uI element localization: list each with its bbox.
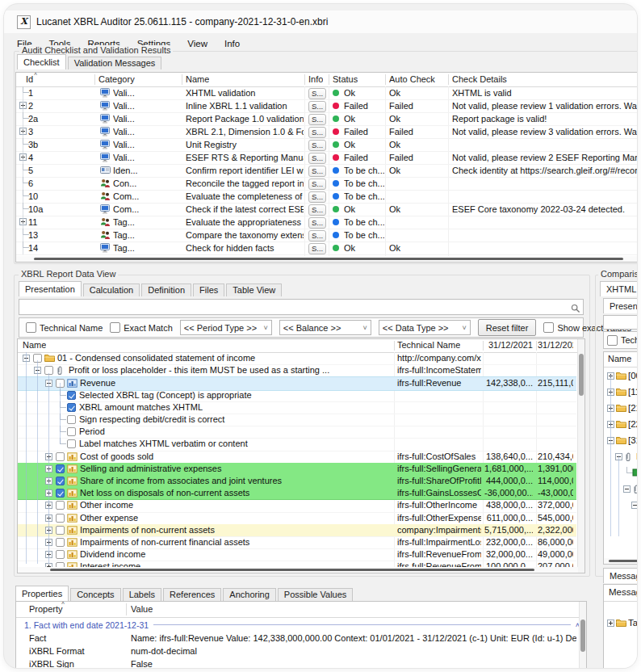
comparison-search-input[interactable] <box>604 316 638 329</box>
tab-checklist[interactable]: Checklist <box>17 54 66 69</box>
unchecked-checkbox[interactable] <box>56 526 65 535</box>
comparison-hscroll-thumb[interactable] <box>609 560 638 562</box>
tab-anchoring[interactable]: Anchoring <box>223 588 276 601</box>
unchecked-checkbox[interactable] <box>33 354 42 363</box>
tab-properties[interactable]: Properties <box>15 586 69 601</box>
expand-icon[interactable] <box>45 551 52 558</box>
tree-row[interactable]: Profit or loss placeholder - this item M… <box>18 364 576 377</box>
tree-row[interactable]: XBRL amount matches XHTML <box>18 401 576 414</box>
column-header-technical-name[interactable]: Technical Name <box>397 340 460 350</box>
info-button[interactable]: S... <box>308 101 326 112</box>
unchecked-checkbox[interactable] <box>56 501 65 510</box>
checked-checkbox[interactable] <box>56 489 65 498</box>
unchecked-checkbox[interactable] <box>56 538 65 547</box>
fact-group-row[interactable]: 1. Fact with end date 2021-12-31˄ <box>16 620 586 630</box>
expand-icon[interactable] <box>607 421 614 428</box>
comparison-tree-row[interactable]: [210 <box>604 401 638 417</box>
property-row[interactable]: iXBRL SignFalse <box>16 657 586 669</box>
table-row[interactable]: 10aCom...Check if the latest correct ESE… <box>16 203 638 216</box>
info-button[interactable]: S... <box>308 178 326 190</box>
expand-icon[interactable] <box>45 514 52 522</box>
expand-icon[interactable] <box>607 620 614 627</box>
checked-checkbox[interactable] <box>67 391 76 400</box>
table-row[interactable]: 3Vali...XBRL 2.1, Dimension 1.0 & Formul… <box>16 125 638 139</box>
tree-row[interactable]: Selling and administrative expensesifrs-… <box>18 463 576 476</box>
table-row[interactable]: 1Vali...XHTML validationS...OkOkXHTML is… <box>16 86 638 100</box>
unchecked-checkbox[interactable] <box>56 550 65 559</box>
info-button[interactable]: S... <box>308 243 326 254</box>
tree-row[interactable]: Other expenseifrs-full:OtherExpenseByFun… <box>18 512 576 525</box>
tab-concepts[interactable]: Concepts <box>70 588 120 601</box>
exact-match-checkbox[interactable]: Exact Match <box>110 322 173 333</box>
tab-comparison-presentation[interactable]: Presentation <box>603 298 638 313</box>
unchecked-checkbox[interactable] <box>56 379 65 388</box>
column-header-category[interactable]: Category <box>98 74 135 84</box>
tab-possible-values[interactable]: Possible Values <box>278 588 353 601</box>
collapse-icon[interactable] <box>34 367 41 374</box>
property-row[interactable]: iXBRL Formatnum-dot-decimal <box>16 645 586 657</box>
tree-row[interactable]: 01 - Condensed consolidated statement of… <box>18 352 576 365</box>
reset-filter-button[interactable]: Reset filter <box>478 319 537 336</box>
info-button[interactable]: S... <box>308 114 326 125</box>
tree-row[interactable]: Other incomeifrs-full:OtherIncome438,000… <box>18 499 576 512</box>
collapse-icon[interactable] <box>23 355 30 362</box>
info-button[interactable]: S... <box>308 88 326 99</box>
expander-icon[interactable] <box>19 128 27 135</box>
tab-labels[interactable]: Labels <box>123 588 161 601</box>
info-button[interactable]: S... <box>308 204 326 216</box>
checked-checkbox[interactable] <box>67 403 76 412</box>
message-row[interactable]: Taxo <box>604 615 638 632</box>
balance-dropdown[interactable]: << Balance >>˅ <box>279 320 371 335</box>
expand-icon[interactable] <box>45 527 52 534</box>
expand-icon[interactable] <box>45 477 52 485</box>
tab-calculation[interactable]: Calculation <box>83 284 140 296</box>
table-row[interactable]: 14Tag...Check for hidden factsS...OkOk <box>16 242 638 255</box>
tree-row[interactable]: Impairments of non-current assetscompany… <box>18 524 576 537</box>
tab-table-view[interactable]: Table View <box>226 284 282 296</box>
tree-row[interactable]: Impairments of non-current financial ass… <box>18 536 576 549</box>
expand-icon[interactable] <box>607 388 614 396</box>
collapse-icon[interactable] <box>623 485 631 493</box>
table-row[interactable]: 13Tag...Compare the taxonomy extension i… <box>16 229 638 242</box>
tree-row[interactable]: Cost of goods soldifrs-full:CostOfSales1… <box>18 451 576 464</box>
tab-references[interactable]: References <box>163 588 221 601</box>
tab-messages-messages[interactable]: Messages <box>603 568 638 583</box>
column-header-name[interactable]: Name <box>23 340 46 350</box>
comparison-tree-row[interactable]: P <box>604 449 638 465</box>
column-header-info[interactable]: Info <box>308 74 323 84</box>
checked-checkbox[interactable] <box>56 464 65 473</box>
period-type-dropdown[interactable]: << Period Type >>˅ <box>180 320 272 335</box>
info-button[interactable]: S... <box>308 140 326 151</box>
table-row[interactable]: 6Con...Reconcile the tagged report in XH… <box>16 177 638 191</box>
column-header-message[interactable]: Message <box>609 587 638 597</box>
column-header-name[interactable]: Name <box>186 74 209 84</box>
unchecked-checkbox[interactable] <box>67 439 76 448</box>
column-header-2021[interactable]: 31/12/2021 <box>486 340 533 350</box>
unchecked-checkbox[interactable] <box>44 366 53 375</box>
column-header-auto-check[interactable]: Auto Check <box>389 74 435 84</box>
tree-row[interactable]: Share of income from associates and join… <box>18 475 576 488</box>
collapse-icon[interactable] <box>607 437 614 444</box>
report-search-input[interactable] <box>19 300 583 314</box>
tree-row[interactable]: Dividend incomeifrs-full:RevenueFromDivi… <box>18 548 576 561</box>
column-header-2020[interactable]: 31/12/2020 <box>538 340 573 350</box>
column-header-id[interactable]: Id <box>26 74 33 84</box>
table-row[interactable]: 4Vali...ESEF RTS & Reporting ManualS...F… <box>16 151 638 165</box>
expand-icon[interactable] <box>607 372 614 380</box>
comparison-tree-row[interactable]: [000 <box>604 368 638 384</box>
collapse-icon[interactable] <box>631 502 638 509</box>
property-row[interactable]: FactName: ifrs-full:Revenue Value: 142,3… <box>16 632 586 645</box>
info-button[interactable]: S... <box>308 230 326 242</box>
table-row[interactable]: 11Tag...Evaluate the appropriateness of … <box>16 216 638 229</box>
expand-icon[interactable] <box>45 489 52 497</box>
unchecked-checkbox[interactable] <box>56 452 65 461</box>
table-row[interactable]: 2Vali...Inline XBRL 1.1 validationS...Fa… <box>16 99 638 113</box>
tree-row[interactable]: Selected XBRL tag (Concept) is appropria… <box>18 389 576 402</box>
comparison-technical-name-checkbox[interactable]: Technica <box>607 335 638 346</box>
expand-icon[interactable] <box>607 405 614 412</box>
expander-icon[interactable] <box>19 102 27 109</box>
info-button[interactable]: S... <box>308 166 326 177</box>
comparison-tree-row[interactable] <box>604 498 638 514</box>
table-row[interactable]: 3bVali...Unit RegistryS...OkOk <box>16 138 638 152</box>
menu-view[interactable]: View <box>187 39 207 48</box>
